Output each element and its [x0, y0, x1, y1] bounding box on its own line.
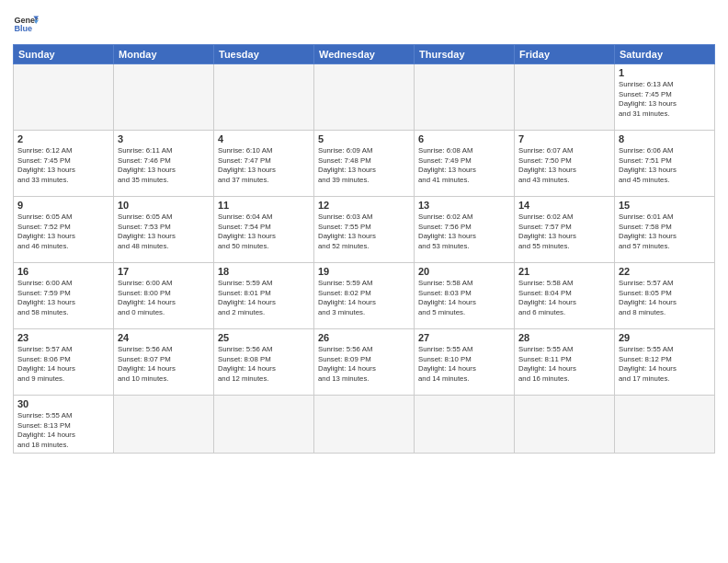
- weekday-header-saturday: Saturday: [615, 45, 715, 64]
- day-number: 16: [17, 266, 109, 277]
- day-info: Sunrise: 5:56 AM Sunset: 8:09 PM Dayligh…: [318, 345, 410, 384]
- calendar-week-1: 2Sunrise: 6:12 AM Sunset: 7:45 PM Daylig…: [14, 131, 715, 197]
- day-info: Sunrise: 6:09 AM Sunset: 7:48 PM Dayligh…: [318, 146, 410, 185]
- day-number: 27: [418, 332, 510, 343]
- calendar-week-2: 9Sunrise: 6:05 AM Sunset: 7:52 PM Daylig…: [14, 197, 715, 263]
- calendar-week-0: 1Sunrise: 6:13 AM Sunset: 7:45 PM Daylig…: [14, 64, 715, 131]
- day-info: Sunrise: 6:00 AM Sunset: 7:59 PM Dayligh…: [17, 279, 109, 317]
- day-number: 3: [118, 133, 210, 144]
- day-info: Sunrise: 6:08 AM Sunset: 7:49 PM Dayligh…: [418, 146, 510, 185]
- calendar-cell: 17Sunrise: 6:00 AM Sunset: 8:00 PM Dayli…: [114, 263, 214, 329]
- day-number: 25: [218, 332, 310, 343]
- day-number: 19: [318, 266, 410, 277]
- weekday-header-friday: Friday: [515, 45, 615, 64]
- calendar-cell: 16Sunrise: 6:00 AM Sunset: 7:59 PM Dayli…: [14, 263, 114, 329]
- calendar-cell: 1Sunrise: 6:13 AM Sunset: 7:45 PM Daylig…: [615, 64, 715, 131]
- calendar-cell: 25Sunrise: 5:56 AM Sunset: 8:08 PM Dayli…: [214, 329, 314, 396]
- weekday-header-sunday: Sunday: [14, 45, 114, 64]
- calendar-cell: 11Sunrise: 6:04 AM Sunset: 7:54 PM Dayli…: [214, 197, 314, 263]
- calendar-cell: [114, 64, 214, 131]
- day-info: Sunrise: 6:13 AM Sunset: 7:45 PM Dayligh…: [619, 80, 711, 119]
- calendar-cell: 18Sunrise: 5:59 AM Sunset: 8:01 PM Dayli…: [214, 263, 314, 329]
- calendar-cell: [515, 396, 615, 454]
- calendar-cell: 8Sunrise: 6:06 AM Sunset: 7:51 PM Daylig…: [615, 131, 715, 197]
- day-info: Sunrise: 6:02 AM Sunset: 7:57 PM Dayligh…: [518, 213, 610, 251]
- day-info: Sunrise: 5:59 AM Sunset: 8:01 PM Dayligh…: [218, 279, 310, 317]
- svg-text:Blue: Blue: [14, 24, 32, 33]
- calendar-cell: [415, 396, 515, 454]
- calendar-week-5: 30Sunrise: 5:55 AM Sunset: 8:13 PM Dayli…: [14, 396, 715, 454]
- day-number: 6: [418, 133, 510, 144]
- day-info: Sunrise: 5:55 AM Sunset: 8:10 PM Dayligh…: [418, 345, 510, 384]
- calendar-cell: [515, 64, 615, 131]
- day-number: 4: [218, 133, 310, 144]
- calendar-cell: [314, 64, 415, 131]
- day-number: 1: [619, 67, 711, 78]
- day-number: 5: [318, 133, 410, 144]
- page: General Blue SundayMondayTuesdayWednesda…: [0, 0, 728, 563]
- day-number: 2: [17, 133, 109, 144]
- day-number: 18: [218, 266, 310, 277]
- calendar-cell: [415, 64, 515, 131]
- calendar-cell: 26Sunrise: 5:56 AM Sunset: 8:09 PM Dayli…: [314, 329, 415, 396]
- day-number: 26: [318, 332, 410, 343]
- weekday-header-thursday: Thursday: [415, 45, 515, 64]
- calendar-week-4: 23Sunrise: 5:57 AM Sunset: 8:06 PM Dayli…: [14, 329, 715, 396]
- calendar-cell: 30Sunrise: 5:55 AM Sunset: 8:13 PM Dayli…: [14, 396, 114, 454]
- day-number: 21: [518, 266, 610, 277]
- day-number: 10: [118, 200, 210, 211]
- day-number: 14: [518, 200, 610, 211]
- calendar-cell: 29Sunrise: 5:55 AM Sunset: 8:12 PM Dayli…: [615, 329, 715, 396]
- day-info: Sunrise: 6:05 AM Sunset: 7:53 PM Dayligh…: [118, 213, 210, 251]
- header-row: SundayMondayTuesdayWednesdayThursdayFrid…: [14, 45, 715, 64]
- calendar-cell: 13Sunrise: 6:02 AM Sunset: 7:56 PM Dayli…: [415, 197, 515, 263]
- calendar-cell: [214, 64, 314, 131]
- day-number: 24: [118, 332, 210, 343]
- calendar-cell: 4Sunrise: 6:10 AM Sunset: 7:47 PM Daylig…: [214, 131, 314, 197]
- calendar-cell: [615, 396, 715, 454]
- calendar-week-3: 16Sunrise: 6:00 AM Sunset: 7:59 PM Dayli…: [14, 263, 715, 329]
- calendar-cell: 3Sunrise: 6:11 AM Sunset: 7:46 PM Daylig…: [114, 131, 214, 197]
- day-info: Sunrise: 6:07 AM Sunset: 7:50 PM Dayligh…: [518, 146, 610, 185]
- day-info: Sunrise: 5:58 AM Sunset: 8:04 PM Dayligh…: [518, 279, 610, 317]
- calendar-cell: 27Sunrise: 5:55 AM Sunset: 8:10 PM Dayli…: [415, 329, 515, 396]
- calendar-cell: 10Sunrise: 6:05 AM Sunset: 7:53 PM Dayli…: [114, 197, 214, 263]
- calendar-cell: 23Sunrise: 5:57 AM Sunset: 8:06 PM Dayli…: [14, 329, 114, 396]
- day-number: 11: [218, 200, 310, 211]
- day-info: Sunrise: 6:03 AM Sunset: 7:55 PM Dayligh…: [318, 213, 410, 251]
- day-number: 7: [518, 133, 610, 144]
- calendar-cell: 19Sunrise: 5:59 AM Sunset: 8:02 PM Dayli…: [314, 263, 415, 329]
- day-info: Sunrise: 5:55 AM Sunset: 8:12 PM Dayligh…: [619, 345, 711, 384]
- calendar-cell: 6Sunrise: 6:08 AM Sunset: 7:49 PM Daylig…: [415, 131, 515, 197]
- calendar-cell: 22Sunrise: 5:57 AM Sunset: 8:05 PM Dayli…: [615, 263, 715, 329]
- calendar-cell: 14Sunrise: 6:02 AM Sunset: 7:57 PM Dayli…: [515, 197, 615, 263]
- day-info: Sunrise: 5:58 AM Sunset: 8:03 PM Dayligh…: [418, 279, 510, 317]
- weekday-header-monday: Monday: [114, 45, 214, 64]
- calendar-cell: 15Sunrise: 6:01 AM Sunset: 7:58 PM Dayli…: [615, 197, 715, 263]
- day-info: Sunrise: 6:12 AM Sunset: 7:45 PM Dayligh…: [17, 146, 109, 185]
- day-number: 9: [17, 200, 109, 211]
- day-info: Sunrise: 6:06 AM Sunset: 7:51 PM Dayligh…: [619, 146, 711, 185]
- logo-icon: General Blue: [13, 11, 39, 37]
- calendar-cell: 28Sunrise: 5:55 AM Sunset: 8:11 PM Dayli…: [515, 329, 615, 396]
- day-number: 22: [619, 266, 711, 277]
- day-info: Sunrise: 5:57 AM Sunset: 8:06 PM Dayligh…: [17, 345, 109, 384]
- calendar-cell: 21Sunrise: 5:58 AM Sunset: 8:04 PM Dayli…: [515, 263, 615, 329]
- day-info: Sunrise: 6:11 AM Sunset: 7:46 PM Dayligh…: [118, 146, 210, 185]
- day-number: 12: [318, 200, 410, 211]
- day-info: Sunrise: 6:10 AM Sunset: 7:47 PM Dayligh…: [218, 146, 310, 185]
- calendar-cell: 7Sunrise: 6:07 AM Sunset: 7:50 PM Daylig…: [515, 131, 615, 197]
- calendar-cell: [214, 396, 314, 454]
- day-info: Sunrise: 6:00 AM Sunset: 8:00 PM Dayligh…: [118, 279, 210, 317]
- day-info: Sunrise: 5:56 AM Sunset: 8:07 PM Dayligh…: [118, 345, 210, 384]
- calendar-cell: 9Sunrise: 6:05 AM Sunset: 7:52 PM Daylig…: [14, 197, 114, 263]
- day-info: Sunrise: 6:05 AM Sunset: 7:52 PM Dayligh…: [17, 213, 109, 251]
- day-number: 20: [418, 266, 510, 277]
- calendar-cell: [314, 396, 415, 454]
- day-info: Sunrise: 5:55 AM Sunset: 8:13 PM Dayligh…: [17, 411, 109, 450]
- calendar-cell: [114, 396, 214, 454]
- day-number: 15: [619, 200, 711, 211]
- logo: General Blue: [13, 11, 39, 37]
- day-info: Sunrise: 6:02 AM Sunset: 7:56 PM Dayligh…: [418, 213, 510, 251]
- day-number: 29: [619, 332, 711, 343]
